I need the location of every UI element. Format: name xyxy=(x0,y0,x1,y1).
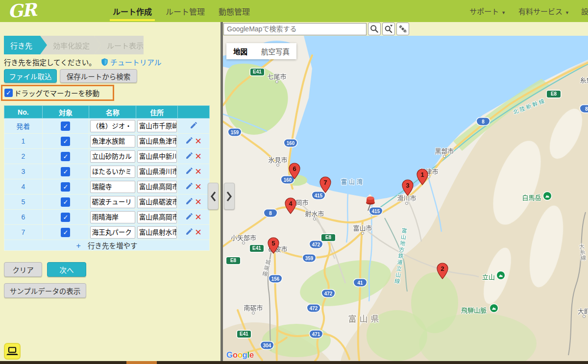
row-number-link[interactable]: 発着 xyxy=(16,122,30,130)
map-marker-3[interactable]: 3 xyxy=(402,179,414,198)
map-label: 飛騨山脈 xyxy=(461,305,487,315)
map-search-input[interactable] xyxy=(223,23,367,35)
row-target-checkbox[interactable]: ✓ xyxy=(61,137,70,146)
scrollbar-thumb[interactable] xyxy=(126,361,157,364)
chevron-down-icon: ▼ xyxy=(565,10,569,15)
route-shield-41: 41 xyxy=(354,279,367,287)
edit-pencil-icon[interactable] xyxy=(190,121,198,131)
map-marker-4[interactable]: 4 xyxy=(285,197,296,216)
left-panel: 行き先 効率化設定 ルート表示 行き先を指定してください。 チュートリアル ファ… xyxy=(0,22,220,364)
delete-x-icon[interactable]: ✕ xyxy=(195,152,201,161)
edit-pencil-icon[interactable] xyxy=(185,212,194,222)
app-window: GR ルート作成 ルート管理 動態管理 サポート▼ 有料サービス▼ 設 行き先 … xyxy=(0,0,588,364)
sample-data-button[interactable]: サンプルデータの表示 xyxy=(4,283,86,298)
delete-x-icon[interactable]: ✕ xyxy=(195,183,201,191)
map-marker-1[interactable]: 1 xyxy=(416,169,428,187)
delete-x-icon[interactable]: ✕ xyxy=(195,228,201,237)
table-row: 4✓瑞龍寺富山県高岡市✕ xyxy=(4,179,210,194)
row-name-field[interactable]: 魚津水族館 xyxy=(90,135,135,147)
row-number-link[interactable]: 3 xyxy=(21,168,25,175)
row-address-field[interactable]: 富山県高岡市 xyxy=(137,211,177,223)
row-name-field[interactable]: 海王丸パーク xyxy=(90,226,135,239)
row-target-checkbox[interactable]: ✓ xyxy=(61,152,70,161)
nav-support[interactable]: サポート▼ xyxy=(468,1,507,21)
row-target-checkbox[interactable]: ✓ xyxy=(61,182,70,192)
saved-route-search-button[interactable]: 保存ルートから検索 xyxy=(60,69,137,83)
clear-button[interactable]: クリア xyxy=(4,262,42,277)
nav-settings-clipped[interactable]: 設 xyxy=(581,6,588,16)
row-number-link[interactable]: 1 xyxy=(21,137,25,145)
satellite-markers-icon[interactable] xyxy=(396,23,409,35)
delete-x-icon[interactable]: ✕ xyxy=(195,198,201,206)
map-marker-5[interactable]: 5 xyxy=(268,237,279,256)
row-address-field[interactable]: 富山県魚津市 xyxy=(137,135,177,147)
map-marker-7[interactable]: 7 xyxy=(319,176,331,195)
column-header: No. xyxy=(4,106,43,119)
tutorial-link[interactable]: チュートリアル xyxy=(110,57,162,67)
row-target-checkbox[interactable]: ✓ xyxy=(61,213,70,222)
row-name-field[interactable]: ほたるいかミ xyxy=(90,166,135,178)
route-shield-160: 160 xyxy=(284,140,297,147)
row-target-checkbox[interactable]: ✓ xyxy=(61,121,70,131)
row-name-field[interactable]: 雨晴海岸 xyxy=(90,211,135,223)
bottom-scrollbar[interactable] xyxy=(0,361,588,364)
map-type-satellite-button[interactable]: 航空写真 xyxy=(254,43,296,59)
edit-pencil-icon[interactable] xyxy=(185,197,194,207)
edit-pencil-icon[interactable] xyxy=(185,182,194,192)
row-address-field[interactable]: 富山県射水市 xyxy=(137,226,177,239)
next-button[interactable]: 次へ xyxy=(47,262,86,277)
row-number-link[interactable]: 5 xyxy=(21,198,25,206)
google-logo[interactable]: Google xyxy=(226,350,254,360)
route-shield-8: 8 xyxy=(477,118,490,125)
nav-route-manage[interactable]: ルート管理 xyxy=(165,0,206,22)
map-marker-2[interactable]: 2 xyxy=(437,263,448,281)
row-address-field[interactable]: 富山県高岡市 xyxy=(137,181,177,193)
delete-x-icon[interactable]: ✕ xyxy=(195,168,201,176)
row-number-link[interactable]: 2 xyxy=(21,152,25,160)
row-target-checkbox[interactable]: ✓ xyxy=(61,197,70,207)
row-name-field[interactable]: 砺波チューリ xyxy=(90,196,135,208)
row-name-field[interactable]: 瑞龍寺 xyxy=(90,181,135,193)
map-marker-6[interactable]: 6 xyxy=(289,163,300,181)
collapse-panel-left-chevron[interactable] xyxy=(208,183,219,210)
map-label: 富山地方鉄道立山線 xyxy=(392,227,408,285)
row-name-field[interactable]: 立山砂防カル xyxy=(90,150,135,163)
step-destination[interactable]: 行き先 xyxy=(4,36,47,54)
file-import-button[interactable]: ファイル取込 xyxy=(4,69,57,83)
row-number-link[interactable]: 7 xyxy=(21,228,25,236)
city-dot xyxy=(361,232,364,235)
delete-x-icon[interactable]: ✕ xyxy=(195,213,201,221)
app-logo[interactable]: GR xyxy=(7,0,36,22)
row-address-field[interactable]: 富山県砺波市 xyxy=(137,196,177,208)
row-address-field[interactable]: 富山県中新川 xyxy=(137,150,177,163)
add-destination-row[interactable]: +行き先を増やす xyxy=(4,240,210,251)
drag-marker-checkbox[interactable]: ✓ xyxy=(4,89,13,97)
nav-paid-services[interactable]: 有料サービス▼ xyxy=(517,1,570,21)
drag-marker-label: ドラッグでマーカーを移動 xyxy=(14,88,99,98)
row-number-link[interactable]: 4 xyxy=(21,183,25,191)
row-address-field[interactable]: 富山市千原崎 xyxy=(137,120,177,132)
search-icon[interactable] xyxy=(368,23,381,35)
row-target-checkbox[interactable]: ✓ xyxy=(61,228,70,237)
delete-x-icon[interactable]: ✕ xyxy=(195,137,201,146)
nav-route-create[interactable]: ルート作成 xyxy=(112,0,153,22)
edit-pencil-icon[interactable] xyxy=(185,136,194,146)
row-number-link[interactable]: 6 xyxy=(21,213,25,221)
row-target-checkbox[interactable]: ✓ xyxy=(61,167,70,176)
search-zoom-icon[interactable] xyxy=(382,23,395,35)
map-pushpin[interactable] xyxy=(364,195,377,214)
plus-icon: + xyxy=(76,242,81,250)
edit-pencil-icon[interactable] xyxy=(185,167,194,176)
row-name-field[interactable]: （株）ジオ・ xyxy=(90,120,135,132)
nav-tracking[interactable]: 動態管理 xyxy=(218,0,251,22)
edit-pencil-icon[interactable] xyxy=(185,151,194,161)
support-widget-laptop-icon[interactable] xyxy=(4,343,21,360)
map-type-map-button[interactable]: 地図 xyxy=(226,43,254,59)
row-address-field[interactable]: 富山県滑川市 xyxy=(137,166,177,178)
google-map[interactable]: 七尾市氷見市魚津市黒部市滑川市高岡市射水市富山市小矢部市砺波市南砺市大町糸魚川富… xyxy=(223,36,588,362)
expand-panel-right-chevron[interactable] xyxy=(224,183,235,210)
table-row: 6✓雨晴海岸富山県高岡市✕ xyxy=(4,210,210,225)
edit-pencil-icon[interactable] xyxy=(185,227,194,237)
main-nav: ルート作成 ルート管理 動態管理 xyxy=(112,0,251,22)
map-label: 大町 xyxy=(578,306,588,315)
